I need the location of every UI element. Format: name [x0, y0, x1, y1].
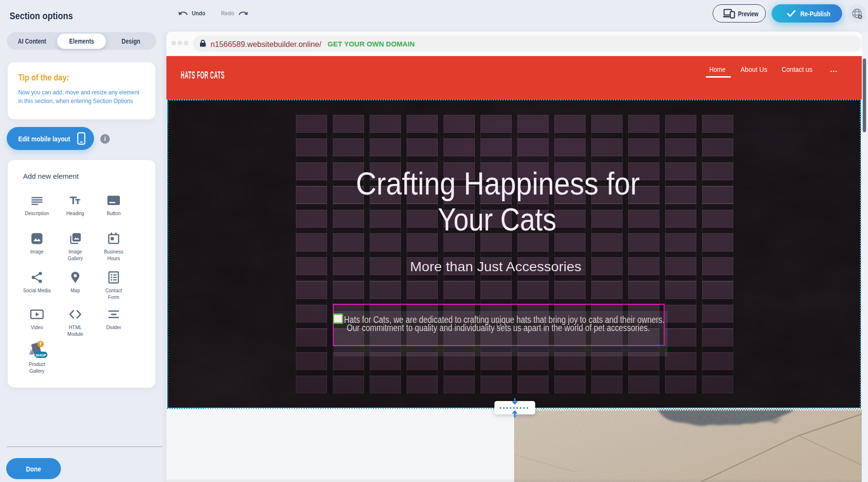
svg-text:SHOP: SHOP	[35, 353, 47, 357]
